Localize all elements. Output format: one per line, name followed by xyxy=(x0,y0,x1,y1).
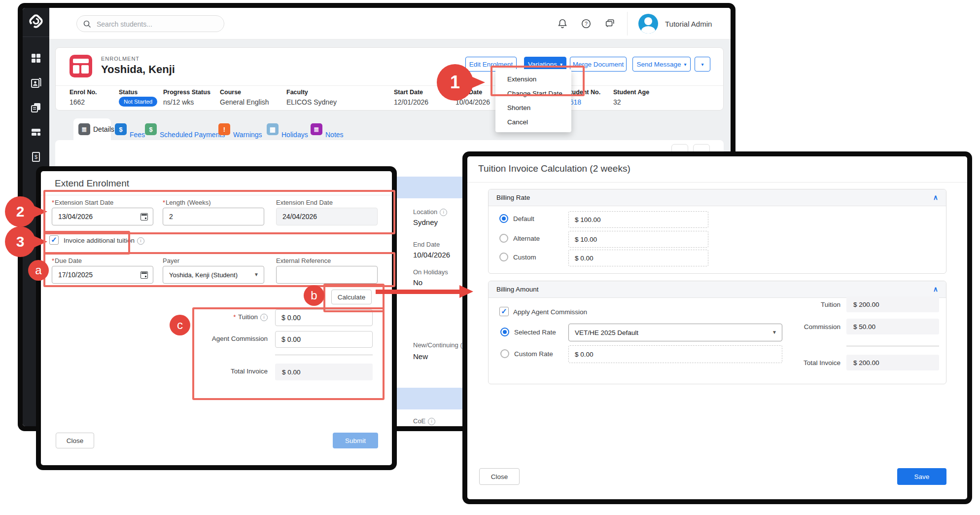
field-label: End Date xyxy=(413,241,440,248)
billing-rate-default-radio[interactable] xyxy=(499,214,508,223)
billing-rate-alternate-label: Alternate xyxy=(513,235,540,242)
apply-agent-commission-label: Apply Agent Commission xyxy=(513,308,587,316)
total-invoice-value: $ 200.00 xyxy=(846,355,939,370)
search-icon xyxy=(83,20,92,29)
page-title: Yoshida, Kenji xyxy=(101,63,175,76)
app-logo-icon[interactable] xyxy=(27,12,45,31)
billing-amount-card: Billing Amount Apply Agent Commission Se… xyxy=(488,281,946,384)
tab-details[interactable]: ≣ Details xyxy=(73,118,111,140)
dashboard-icon[interactable] xyxy=(30,52,42,64)
screenshot-canvas: $ ? xyxy=(0,0,980,515)
tab-fees[interactable]: Fees xyxy=(130,131,145,139)
enrolment-header-card: ENROLMENT Yoshida, Kenji Edit Enrolment … xyxy=(55,47,724,110)
annotation-letter-c: c xyxy=(170,315,190,335)
fees-icon: $ xyxy=(115,123,127,135)
chevron-down-icon: ▾ xyxy=(684,62,687,67)
chevron-up-icon[interactable] xyxy=(933,193,938,201)
status-badge: Not Started xyxy=(119,97,157,107)
billing-rate-custom-radio[interactable] xyxy=(499,253,508,261)
field-value: 10/04/2026 xyxy=(413,251,450,259)
annotation-step-2: 2 xyxy=(5,196,35,227)
annotation-letter-a: a xyxy=(28,260,49,281)
menu-item-shorten[interactable]: Shorten xyxy=(495,101,571,115)
tab-holidays[interactable]: Holidays xyxy=(281,131,308,139)
stats-row: Enrol No. 1662 Status Not Started Progre… xyxy=(56,85,723,111)
help-icon[interactable]: ? xyxy=(581,18,592,29)
close-button[interactable]: Close xyxy=(56,433,94,448)
billing-rate-card: Billing Rate Default $ 100.00 Alternate … xyxy=(488,189,946,274)
billing-rate-alternate-input[interactable]: $ 10.00 xyxy=(568,231,708,248)
notes-icon: ≣ xyxy=(311,123,322,135)
more-actions-button[interactable]: ▾ xyxy=(695,57,710,72)
save-button[interactable]: Save xyxy=(897,468,946,485)
selected-rate-select[interactable]: VET/HE 2025 Default ▼ xyxy=(568,324,782,341)
dialog-title: Extend Enrolment xyxy=(55,178,129,189)
topbar-divider xyxy=(627,12,628,36)
tab-scheduled-payments[interactable]: Scheduled Payments xyxy=(160,131,225,139)
tab-notes[interactable]: Notes xyxy=(325,131,344,139)
enrolments-icon[interactable] xyxy=(30,102,42,113)
billing-rate-header[interactable]: Billing Rate xyxy=(489,189,946,206)
annotation-box-extension-fields xyxy=(43,190,395,234)
field-label: On Holidays xyxy=(413,268,448,276)
billing-rate-custom-input[interactable]: $ 0.00 xyxy=(568,250,708,266)
annotation-box-extension xyxy=(490,66,585,96)
messages-icon[interactable] xyxy=(604,18,615,29)
custom-rate-label: Custom Rate xyxy=(514,350,553,358)
annotation-step-3: 3 xyxy=(5,226,35,257)
billing-rate-default-input[interactable]: $ 100.00 xyxy=(568,211,708,228)
finance-icon[interactable]: $ xyxy=(30,151,42,163)
annotation-box-tuition-section xyxy=(192,307,385,400)
billing-rate-alternate-radio[interactable] xyxy=(499,234,508,243)
section-label: ENROLMENT xyxy=(101,56,140,62)
custom-rate-input[interactable]: $ 0.00 xyxy=(568,345,782,363)
search-box[interactable] xyxy=(76,15,224,32)
annotation-box-due-date-row xyxy=(43,252,395,287)
sidebar-divider xyxy=(23,37,49,37)
enrolment-icon xyxy=(70,55,92,77)
annotation-letter-b: b xyxy=(304,285,324,306)
annotation-box-invoice-checkbox xyxy=(43,231,130,255)
scheduled-payments-icon: $ xyxy=(145,123,157,135)
user-name[interactable]: Tutorial Admin xyxy=(665,20,712,28)
dialog-title: Tuition Invoice Calculation (2 weeks) xyxy=(478,163,630,174)
apply-agent-commission-checkbox[interactable] xyxy=(499,307,509,316)
submit-button[interactable]: Submit xyxy=(333,433,378,448)
avatar[interactable] xyxy=(638,14,658,34)
chevron-down-icon: ▾ xyxy=(701,62,703,67)
sum-divider xyxy=(846,346,939,346)
custom-rate-radio[interactable] xyxy=(500,349,509,358)
info-icon xyxy=(137,237,144,245)
info-icon xyxy=(440,209,447,216)
search-input[interactable] xyxy=(96,16,221,32)
pin-tip xyxy=(471,76,485,88)
notifications-bell-icon[interactable] xyxy=(557,18,568,29)
field-label: CoE xyxy=(413,417,435,425)
billing-rate-custom-label: Custom xyxy=(513,254,536,261)
total-invoice-label: Total Invoice xyxy=(752,359,840,367)
topbar: ? Tutorial Admin xyxy=(49,8,731,39)
billing-rate-default-label: Default xyxy=(513,215,534,222)
tab-warnings[interactable]: Warnings xyxy=(233,131,262,139)
annotation-step-1: 1 xyxy=(437,64,473,101)
tuition-total-value: $ 200.00 xyxy=(846,296,939,312)
menu-item-cancel[interactable]: Cancel xyxy=(495,115,571,129)
field-value: New xyxy=(413,352,428,361)
dialog-divider xyxy=(467,182,967,183)
students-icon[interactable] xyxy=(30,77,42,89)
annotation-arrow-to-invoice-dialog xyxy=(376,290,460,294)
send-message-button[interactable]: Send Message▾ xyxy=(632,57,691,72)
billing-amount-header[interactable]: Billing Amount xyxy=(489,281,946,298)
chevron-up-icon[interactable] xyxy=(933,285,938,293)
selected-rate-label: Selected Rate xyxy=(514,329,556,336)
svg-text:$: $ xyxy=(35,154,37,160)
tuition-total-label: Tuition xyxy=(752,301,840,308)
commission-value: $ 50.00 xyxy=(846,319,939,334)
classes-icon[interactable] xyxy=(30,126,42,138)
info-icon xyxy=(428,418,435,425)
close-button[interactable]: Close xyxy=(479,468,520,485)
tuition-invoice-dialog-frame: Tuition Invoice Calculation (2 weeks) Bi… xyxy=(462,151,972,504)
details-icon: ≣ xyxy=(78,123,90,135)
selected-rate-radio[interactable] xyxy=(500,328,509,336)
commission-label: Commission xyxy=(752,323,840,331)
